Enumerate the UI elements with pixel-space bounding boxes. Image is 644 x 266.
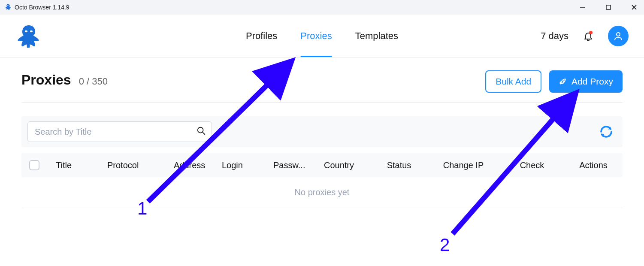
window-controls	[579, 3, 638, 11]
maximize-icon[interactable]	[605, 3, 612, 11]
col-actions[interactable]: Actions	[564, 160, 623, 170]
search-input-wrap	[27, 121, 212, 142]
titlebar-left: Octo Browser 1.14.9	[4, 3, 70, 11]
col-country[interactable]: Country	[320, 160, 371, 170]
refresh-icon	[599, 124, 614, 139]
tab-templates[interactable]: Templates	[355, 15, 398, 57]
select-all-checkbox[interactable]	[29, 160, 39, 170]
main-content: Proxies 0 / 350 Bulk Add Add Proxy	[0, 57, 644, 208]
col-change-ip[interactable]: Change IP	[427, 160, 500, 170]
svg-point-1	[9, 6, 9, 6]
col-address[interactable]: Address	[169, 160, 218, 170]
days-remaining[interactable]: 7 days	[541, 30, 568, 42]
search-row	[21, 116, 623, 147]
close-icon[interactable]	[630, 3, 638, 11]
rocket-icon	[559, 77, 567, 86]
notifications-button[interactable]	[582, 30, 594, 42]
add-proxy-button[interactable]: Add Proxy	[549, 70, 623, 93]
svg-point-6	[25, 30, 27, 32]
titlebar-title: Octo Browser 1.14.9	[15, 4, 70, 11]
col-password[interactable]: Passw...	[269, 160, 320, 170]
minimize-icon[interactable]	[579, 3, 587, 11]
add-proxy-label: Add Proxy	[571, 76, 613, 87]
proxy-count: 0 / 350	[79, 76, 108, 87]
search-input[interactable]	[27, 121, 212, 142]
proxies-table: Title Protocol Address Login Passw... Co…	[21, 153, 623, 208]
svg-point-8	[564, 80, 565, 81]
col-status[interactable]: Status	[371, 160, 427, 170]
header-right: 7 days	[541, 26, 629, 46]
table-header: Title Protocol Address Login Passw... Co…	[21, 153, 623, 177]
col-title[interactable]: Title	[51, 160, 103, 170]
notification-dot-icon	[589, 31, 593, 34]
octo-logo-icon[interactable]	[15, 24, 43, 48]
page-title-left: Proxies 0 / 350	[21, 72, 108, 88]
user-icon	[613, 31, 623, 41]
empty-state: No proxies yet	[21, 177, 623, 208]
tab-proxies[interactable]: Proxies	[300, 15, 332, 57]
svg-point-0	[7, 6, 8, 6]
page-title: Proxies	[21, 72, 71, 88]
col-protocol[interactable]: Protocol	[103, 160, 169, 170]
svg-line-10	[203, 132, 205, 134]
refresh-button[interactable]	[599, 124, 614, 139]
search-icon[interactable]	[197, 126, 206, 137]
header-left	[15, 24, 43, 48]
page-title-row: Proxies 0 / 350 Bulk Add Add Proxy	[21, 70, 623, 103]
page-actions: Bulk Add Add Proxy	[485, 70, 623, 93]
app-icon	[4, 3, 12, 11]
tab-profiles[interactable]: Profiles	[246, 15, 277, 57]
svg-rect-3	[606, 5, 611, 9]
header: Profiles Proxies Templates 7 days	[0, 15, 644, 57]
bulk-add-button[interactable]: Bulk Add	[485, 70, 541, 93]
bulk-add-label: Bulk Add	[496, 76, 531, 87]
col-login[interactable]: Login	[218, 160, 269, 170]
header-tabs: Profiles Proxies Templates	[246, 15, 398, 57]
col-check[interactable]: Check	[500, 160, 564, 170]
select-all-cell	[21, 160, 51, 170]
annotation-label-2: 2	[440, 235, 450, 255]
avatar[interactable]	[608, 26, 629, 46]
svg-point-7	[30, 30, 33, 32]
titlebar: Octo Browser 1.14.9	[0, 0, 644, 15]
